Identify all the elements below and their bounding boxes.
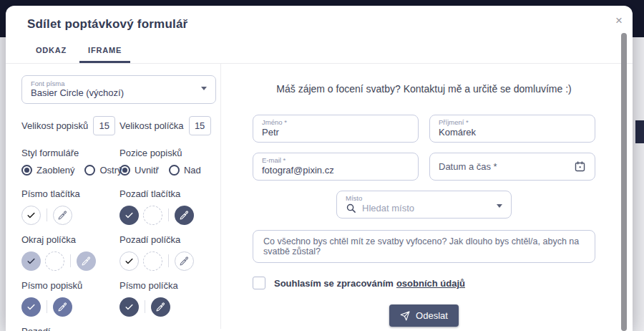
check-icon	[125, 211, 134, 220]
color-row-field-font: Písmo políčka	[119, 280, 213, 317]
radio-zaobleny[interactable]: Zaoblený	[21, 165, 74, 176]
form-style-label: Styl formuláře	[21, 148, 119, 158]
chevron-down-icon	[497, 204, 502, 208]
color-swatch-selected[interactable]	[21, 206, 41, 225]
calendar-icon[interactable]	[574, 160, 586, 173]
color-picker-swatch[interactable]	[175, 206, 194, 225]
radio-icon	[84, 165, 95, 176]
datetime-field[interactable]: Datum a čas *	[429, 153, 595, 181]
check-icon	[26, 256, 36, 266]
settings-panel: Font písma Basier Circle (výchozí) Velik…	[6, 64, 220, 329]
tab-odkaz[interactable]: ODKAZ	[27, 42, 75, 63]
swatch-separator	[145, 300, 145, 313]
transparent-swatch[interactable]	[45, 251, 64, 271]
label-size-field: Velikost popisků 15	[21, 116, 119, 135]
message-field[interactable]: Co všechno bys chtěl mít ze svatby vyfoc…	[253, 230, 595, 263]
swatch-separator	[70, 254, 71, 267]
color-swatch-selected[interactable]	[119, 251, 139, 271]
check-icon	[26, 302, 36, 312]
color-picker-swatch[interactable]	[175, 251, 194, 271]
tab-bar: ODKAZ IFRAME	[6, 32, 633, 64]
scrollbar[interactable]	[621, 33, 627, 331]
label-size-label: Velikost popisků	[21, 120, 88, 131]
swatch-separator	[168, 254, 169, 267]
color-picker-swatch[interactable]	[77, 251, 96, 271]
radio-nad[interactable]: Nad	[169, 165, 201, 176]
label-size-input[interactable]: 15	[93, 116, 115, 135]
color-row-field-border: Okraj políčka	[21, 234, 119, 271]
font-select[interactable]: Font písma Basier Circle (výchozí)	[21, 75, 216, 104]
first-name-field[interactable]: Jméno * Petr	[253, 115, 419, 143]
modal-content: Font písma Basier Circle (výchozí) Velik…	[6, 64, 633, 329]
color-row-field-bg: Pozadí políčka	[119, 234, 213, 271]
place-field[interactable]: Místo Hledat místo	[336, 191, 512, 219]
label-position-label: Pozice popisků	[119, 148, 213, 158]
eyedropper-icon	[82, 256, 91, 266]
color-swatch-selected[interactable]	[21, 251, 41, 271]
color-row-button-font: Písmo tlačítka	[21, 188, 119, 225]
color-picker-swatch[interactable]	[151, 297, 170, 317]
radio-uvnitr[interactable]: Uvnitř	[119, 165, 159, 176]
transparent-swatch[interactable]	[143, 206, 162, 225]
chevron-down-icon	[201, 87, 207, 90]
color-settings-grid: Písmo tlačítka Pozadí tlačítka	[21, 188, 213, 331]
color-row-button-bg: Pozadí tlačítka	[119, 188, 213, 225]
send-icon	[400, 311, 410, 321]
consent-checkbox[interactable]	[253, 277, 265, 289]
submit-button[interactable]: Odeslat	[389, 304, 459, 327]
color-row-background: Pozadí	[21, 326, 119, 331]
form-style-group: Styl formuláře Zaoblený Ostrý	[21, 148, 119, 188]
check-icon	[125, 256, 134, 266]
consent-text: Souhlasím se zpracováním	[274, 278, 394, 289]
color-swatch-selected[interactable]	[119, 297, 139, 317]
eyedropper-icon	[58, 211, 67, 220]
radio-ostry[interactable]: Ostrý	[84, 165, 122, 176]
label-position-group: Pozice popisků Uvnitř Nad	[119, 148, 213, 188]
close-icon[interactable]: ×	[615, 14, 623, 27]
eyedropper-icon	[156, 302, 165, 312]
check-icon	[26, 211, 36, 220]
field-size-input[interactable]: 15	[189, 116, 211, 135]
swatch-separator	[47, 300, 47, 313]
color-row-label-font: Písmo popisků	[21, 280, 119, 317]
size-fields-row: Velikost popisků 15 Velikost políčka 15	[21, 116, 213, 148]
swatch-separator	[47, 208, 47, 221]
color-picker-swatch[interactable]	[53, 297, 72, 317]
font-select-label: Font písma	[31, 80, 207, 87]
font-select-value: Basier Circle (výchozí)	[31, 87, 207, 99]
eyedropper-icon	[180, 256, 189, 266]
background-page-element	[635, 120, 644, 143]
field-size-field: Velikost políčka 15	[119, 116, 213, 135]
radio-icon	[119, 165, 130, 176]
radio-icon	[169, 165, 180, 176]
share-form-modal: Sdílet poptávkový formulář × ODKAZ IFRAM…	[6, 6, 633, 331]
radio-icon	[21, 165, 32, 176]
color-swatch-selected[interactable]	[119, 206, 139, 225]
form-preview-panel: Máš zájem o focení svatby? Kontaktuj mě …	[221, 64, 633, 329]
email-field[interactable]: E-mail * fotograf@pixin.cz	[253, 153, 419, 181]
transparent-swatch[interactable]	[143, 251, 162, 271]
swatch-separator	[168, 208, 169, 221]
tab-iframe[interactable]: IFRAME	[79, 42, 130, 63]
modal-title: Sdílet poptávkový formulář	[6, 6, 633, 32]
color-swatch-selected[interactable]	[21, 297, 41, 317]
field-size-label: Velikost políčka	[119, 120, 184, 131]
consent-link[interactable]: osobních údajů	[396, 278, 465, 289]
search-icon	[346, 203, 356, 214]
last-name-field[interactable]: Příjmení * Komárek	[429, 115, 595, 143]
radio-groups-row: Styl formuláře Zaoblený Ostrý Pozice pop	[21, 148, 213, 188]
eyedropper-icon	[58, 302, 67, 312]
eyedropper-icon	[180, 211, 189, 220]
color-picker-swatch[interactable]	[53, 206, 72, 225]
check-icon	[125, 302, 134, 312]
preview-heading: Máš zájem o focení svatby? Kontaktuj mě …	[253, 83, 595, 95]
